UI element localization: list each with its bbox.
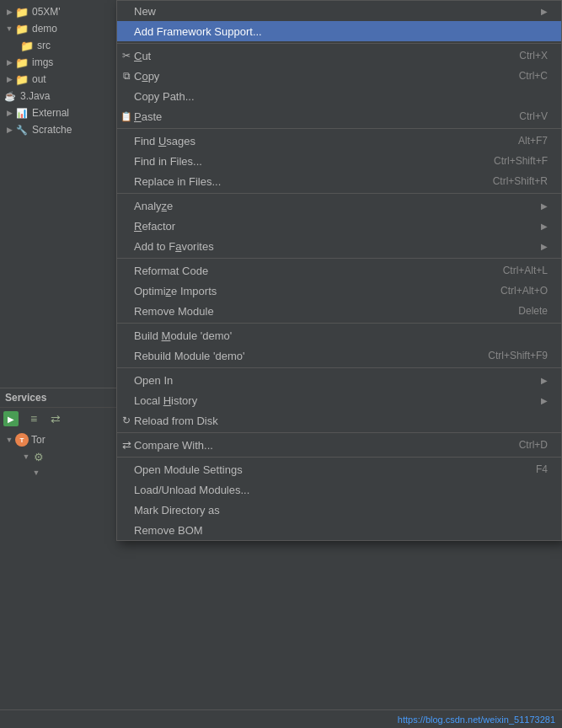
sidebar: ▶ 📁 05XM' ▼ 📁 demo 📁 src ▶ 📁 imgs ▶ 📁 ou… bbox=[0, 0, 118, 728]
menu-item-open-module-settings[interactable]: Open Module Settings F4 bbox=[117, 459, 561, 479]
tree-label: out bbox=[32, 73, 46, 85]
tree-arrow: ▼ bbox=[30, 467, 42, 479]
tree-label: 05XM' bbox=[32, 6, 61, 18]
services-sort-btn[interactable]: ⇄ bbox=[46, 410, 65, 428]
menu-item-label: Find Usages bbox=[134, 135, 501, 147]
menu-item-label: Optimize Imports bbox=[134, 285, 484, 297]
services-toolbar: ▶ ≡ ⇄ bbox=[0, 408, 118, 430]
folder-icon: 📁 bbox=[15, 56, 29, 69]
menu-item-open-in[interactable]: Open In ▶ bbox=[117, 370, 561, 390]
menu-item-label: Local History bbox=[134, 394, 536, 407]
tree-item-java[interactable]: ☕ 3.Java bbox=[0, 88, 118, 104]
paste-icon: 📋 bbox=[119, 109, 134, 124]
tree-item-scratch[interactable]: ▶ 🔧 Scratche bbox=[0, 121, 118, 138]
services-header: Services bbox=[0, 388, 118, 408]
menu-item-reload-disk[interactable]: ↻ Reload from Disk bbox=[117, 410, 561, 431]
tree-item-out[interactable]: ▶ 📁 out bbox=[0, 71, 118, 88]
tree-item-imgs[interactable]: ▶ 📁 imgs bbox=[0, 54, 118, 71]
copy-icon: ⧉ bbox=[119, 68, 134, 83]
menu-item-compare-with[interactable]: ⇄ Compare With... Ctrl+D bbox=[117, 435, 561, 455]
tree-arrow: ▼ bbox=[3, 434, 15, 446]
separator bbox=[117, 43, 561, 44]
tree-arrow: ▼ bbox=[20, 451, 32, 463]
menu-item-mark-directory[interactable]: Mark Directory as bbox=[117, 500, 561, 520]
menu-item-find-usages[interactable]: Find Usages Alt+F7 bbox=[117, 131, 561, 151]
menu-item-optimize-imports[interactable]: Optimize Imports Ctrl+Alt+O bbox=[117, 281, 561, 301]
menu-item-label: Analyze bbox=[134, 200, 536, 212]
services-tree: ▼ T Tor ▼ ⚙ ▼ bbox=[0, 430, 118, 482]
gear-icon: ⚙ bbox=[32, 450, 45, 463]
submenu-arrow: ▶ bbox=[541, 201, 548, 211]
menu-item-shortcut: Ctrl+Alt+O bbox=[500, 285, 548, 297]
menu-item-label: Add Framework Support... bbox=[134, 25, 548, 38]
menu-item-label: Copy Path... bbox=[134, 90, 548, 103]
context-menu: New ▶ Add Framework Support... ✂ Cut Ctr… bbox=[116, 0, 562, 541]
services-title: Services bbox=[5, 392, 46, 404]
menu-item-label: Mark Directory as bbox=[134, 504, 548, 517]
compare-icon: ⇄ bbox=[119, 437, 134, 452]
menu-item-label: Remove Module bbox=[134, 305, 501, 318]
menu-item-load-unload-modules[interactable]: Load/Unload Modules... bbox=[117, 479, 561, 500]
menu-item-rebuild-module[interactable]: Rebuild Module 'demo' Ctrl+Shift+F9 bbox=[117, 345, 561, 366]
submenu-arrow: ▶ bbox=[541, 222, 548, 231]
menu-item-paste[interactable]: 📋 Paste Ctrl+V bbox=[117, 106, 561, 126]
menu-item-local-history[interactable]: Local History ▶ bbox=[117, 390, 561, 410]
tree-label: Scratche bbox=[32, 124, 72, 136]
services-tree-item-2[interactable]: ▼ ⚙ bbox=[0, 448, 118, 465]
folder-icon: 📁 bbox=[20, 39, 34, 52]
menu-item-shortcut: Delete bbox=[518, 305, 548, 317]
menu-item-analyze[interactable]: Analyze ▶ bbox=[117, 195, 561, 216]
menu-item-label: Build Module 'demo' bbox=[134, 329, 548, 342]
menu-item-copy-path[interactable]: Copy Path... bbox=[117, 86, 561, 106]
separator bbox=[117, 193, 561, 194]
menu-item-remove-module[interactable]: Remove Module Delete bbox=[117, 301, 561, 321]
scratch-icon: 🔧 bbox=[15, 123, 29, 136]
menu-item-replace-in-files[interactable]: Replace in Files... Ctrl+Shift+R bbox=[117, 171, 561, 191]
menu-item-label: Cut bbox=[134, 50, 502, 62]
services-list-btn[interactable]: ≡ bbox=[24, 410, 43, 428]
menu-item-label: Load/Unload Modules... bbox=[134, 484, 548, 496]
tree-item-src[interactable]: 📁 src bbox=[0, 37, 118, 54]
services-tree-item-3[interactable]: ▼ bbox=[0, 465, 118, 480]
menu-item-remove-bom[interactable]: Remove BOM bbox=[117, 520, 561, 540]
menu-item-refactor[interactable]: Refactor ▶ bbox=[117, 216, 561, 236]
menu-item-label: New bbox=[134, 5, 536, 18]
separator bbox=[117, 258, 561, 259]
tree-item-demo[interactable]: ▼ 📁 demo bbox=[0, 20, 118, 37]
menu-item-label: Rebuild Module 'demo' bbox=[134, 350, 471, 362]
menu-item-reformat-code[interactable]: Reformat Code Ctrl+Alt+L bbox=[117, 260, 561, 281]
tree-item-external[interactable]: ▶ 📊 External bbox=[0, 104, 118, 121]
menu-item-shortcut: Ctrl+D bbox=[519, 439, 548, 451]
menu-item-new[interactable]: New ▶ bbox=[117, 1, 561, 21]
folder-icon: 📁 bbox=[15, 72, 29, 86]
tree-item-05xm[interactable]: ▶ 📁 05XM' bbox=[0, 3, 118, 20]
submenu-arrow: ▶ bbox=[541, 376, 548, 385]
separator bbox=[117, 457, 561, 458]
menu-item-label: Reformat Code bbox=[134, 265, 486, 277]
services-tree-item[interactable]: ▼ T Tor bbox=[0, 431, 118, 448]
services-run-button[interactable]: ▶ bbox=[3, 411, 19, 426]
menu-item-shortcut: Ctrl+C bbox=[519, 70, 548, 82]
menu-item-label: Replace in Files... bbox=[134, 175, 476, 188]
tree-arrow: ▶ bbox=[3, 73, 15, 85]
menu-item-cut[interactable]: ✂ Cut Ctrl+X bbox=[117, 46, 561, 66]
tree-arrow: ▶ bbox=[3, 107, 15, 119]
menu-item-label: Open Module Settings bbox=[134, 463, 519, 476]
sidebar-tree: ▶ 📁 05XM' ▼ 📁 demo 📁 src ▶ 📁 imgs ▶ 📁 ou… bbox=[0, 0, 118, 142]
menu-item-shortcut: Ctrl+V bbox=[519, 110, 548, 122]
status-bar: https://blog.csdn.net/weixin_51173281 bbox=[0, 709, 562, 728]
menu-item-label: Add to Favorites bbox=[134, 240, 536, 253]
menu-item-build-module[interactable]: Build Module 'demo' bbox=[117, 325, 561, 345]
menu-item-shortcut: Ctrl+X bbox=[519, 50, 548, 62]
menu-item-add-framework[interactable]: Add Framework Support... bbox=[117, 21, 561, 41]
separator bbox=[117, 367, 561, 368]
menu-item-label: Reload from Disk bbox=[134, 415, 548, 427]
menu-item-shortcut: Ctrl+Alt+L bbox=[503, 265, 548, 276]
tree-label: 3.Java bbox=[20, 90, 50, 102]
tree-arrow: ▶ bbox=[3, 6, 15, 18]
services-item-label: Tor bbox=[31, 434, 45, 446]
menu-item-find-in-files[interactable]: Find in Files... Ctrl+Shift+F bbox=[117, 151, 561, 171]
menu-item-copy[interactable]: ⧉ Copy Ctrl+C bbox=[117, 66, 561, 86]
menu-item-label: Remove BOM bbox=[134, 524, 548, 537]
menu-item-add-favorites[interactable]: Add to Favorites ▶ bbox=[117, 236, 561, 256]
